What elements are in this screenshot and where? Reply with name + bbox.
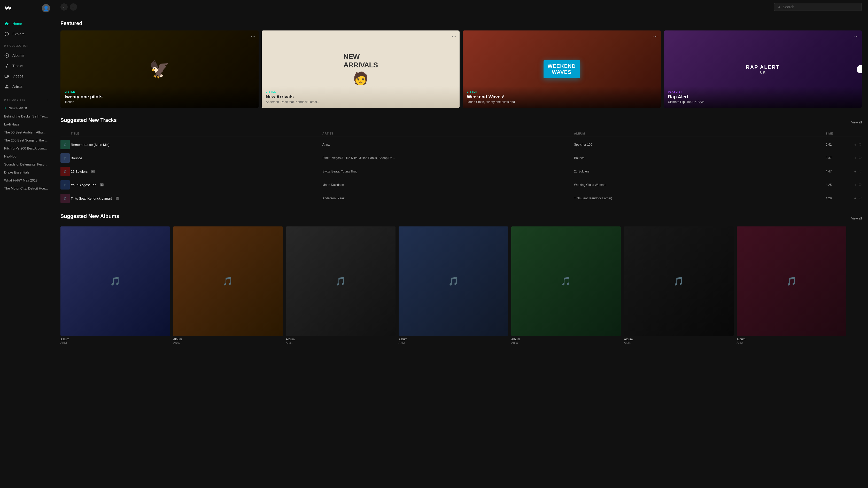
- featured-card-rap[interactable]: RAP ALERT UK ⋯ PLAYLIST Rap Alert Ultima…: [664, 30, 862, 108]
- playlist-item[interactable]: Lo-fi Haze: [0, 120, 54, 128]
- playlist-item[interactable]: Pitchfork's 200 Best Album...: [0, 144, 54, 152]
- like-track-button[interactable]: ♡: [859, 142, 862, 147]
- featured-card-trench[interactable]: 🦅 ⋯ LISTEN twenty one pilots Trench: [60, 30, 258, 108]
- track-album: Speicher 105: [574, 143, 826, 147]
- sidebar-item-tracks[interactable]: Tracks: [0, 61, 54, 71]
- track-title-col: 25 Soldiers E: [71, 170, 322, 173]
- add-track-button[interactable]: +: [854, 156, 857, 160]
- collection-section: Albums Tracks Videos Artists: [0, 48, 54, 94]
- playlist-item[interactable]: The 200 Best Songs of the ...: [0, 136, 54, 144]
- track-title-col: Tints (feat. Kendrick Lamar) E: [71, 196, 322, 200]
- add-track-button[interactable]: +: [854, 196, 857, 200]
- album-card[interactable]: 🎵 Album Artist: [737, 226, 846, 344]
- search-input[interactable]: [783, 5, 859, 9]
- like-track-button[interactable]: ♡: [859, 183, 862, 187]
- track-actions: + ♡: [846, 156, 862, 160]
- add-track-button[interactable]: +: [854, 169, 857, 173]
- like-track-button[interactable]: ♡: [859, 156, 862, 160]
- track-album: Tints (feat. Kendrick Lamar): [574, 196, 826, 200]
- featured-card-waves[interactable]: WEEKEND WAVES ⋯ LISTEN Weekend Waves! Ja…: [463, 30, 661, 108]
- add-track-button[interactable]: +: [854, 183, 857, 187]
- plus-icon: +: [4, 106, 6, 110]
- album-card[interactable]: 🎵 Album Artist: [60, 226, 170, 344]
- table-row[interactable]: 🎵 Your Biggest Fan E Marie Davidson Work…: [60, 178, 862, 192]
- back-button[interactable]: ←: [60, 3, 68, 10]
- track-time: 4:47: [826, 170, 846, 173]
- topbar: ← →: [54, 0, 868, 14]
- card-tag: LISTEN: [467, 90, 657, 93]
- table-row[interactable]: 🎵 Tints (feat. Kendrick Lamar) E Anderso…: [60, 192, 862, 205]
- card-subtitle: Ultimate Hip-Hop UK Style: [668, 100, 858, 104]
- table-row[interactable]: 🎵 Bounce Dimitri Vegas & Like Mike, Juli…: [60, 151, 862, 165]
- tracks-table-header: TITLE ARTIST ALBUM TIME: [60, 130, 862, 137]
- track-thumbnail: 🎵: [60, 153, 70, 163]
- like-track-button[interactable]: ♡: [859, 196, 862, 200]
- forward-button[interactable]: →: [70, 3, 77, 10]
- track-time: 4:25: [826, 183, 846, 187]
- track-time: 2:37: [826, 156, 846, 160]
- card-title: New Arrivals: [266, 94, 456, 100]
- card-more-btn[interactable]: ⋯: [251, 34, 255, 39]
- explicit-badge: E: [91, 170, 95, 173]
- like-track-button[interactable]: ♡: [859, 169, 862, 173]
- sidebar-item-home[interactable]: Home: [0, 19, 54, 29]
- playlist-item[interactable]: Sounds of Dekmantel Festi...: [0, 160, 54, 168]
- table-row[interactable]: 🎵 Remembrance (Main Mix) Anna Speicher 1…: [60, 138, 862, 151]
- sidebar-item-explore[interactable]: Explore: [0, 29, 54, 39]
- add-track-button[interactable]: +: [854, 142, 857, 147]
- playlist-item[interactable]: Behind the Decks: Seth Tro...: [0, 112, 54, 120]
- album-artist: Artist: [399, 341, 508, 344]
- album-name: Album: [286, 337, 396, 341]
- user-avatar[interactable]: 👤: [42, 4, 50, 12]
- card-more-btn[interactable]: ⋯: [653, 34, 658, 39]
- explore-icon: [4, 32, 9, 37]
- album-art: 🎵: [511, 226, 621, 336]
- explicit-badge: E: [100, 183, 103, 187]
- svg-point-3: [6, 55, 7, 56]
- card-more-btn[interactable]: ⋯: [854, 34, 859, 39]
- suggested-albums-section: Suggested New Albums View all 🎵 Album Ar…: [60, 213, 862, 344]
- sidebar-item-videos[interactable]: Videos: [0, 71, 54, 82]
- card-more-btn[interactable]: ⋯: [452, 34, 457, 39]
- album-artist: Artist: [624, 341, 734, 344]
- track-name: Bounce: [71, 156, 82, 160]
- album-card[interactable]: 🎵 Album Artist: [511, 226, 621, 344]
- album-card[interactable]: 🎵 Album Artist: [624, 226, 734, 344]
- card-tag: LISTEN: [65, 90, 254, 93]
- sidebar-item-albums[interactable]: Albums: [0, 51, 54, 61]
- card-title: Weekend Waves!: [467, 94, 657, 100]
- track-actions: + ♡: [846, 169, 862, 173]
- playlist-item[interactable]: The 50 Best Ambient Albu...: [0, 128, 54, 136]
- search-icon: [777, 5, 781, 9]
- album-icon: [4, 53, 9, 58]
- svg-marker-0: [5, 6, 11, 10]
- suggested-tracks-section: Suggested New Tracks View all TITLE ARTI…: [60, 117, 862, 205]
- album-art: 🎵: [737, 226, 846, 336]
- playlists-more-icon[interactable]: ⋯: [45, 97, 50, 102]
- album-card[interactable]: 🎵 Album Artist: [399, 226, 508, 344]
- tracks-view-all[interactable]: View all: [851, 121, 862, 124]
- playlist-item[interactable]: The Motor City: Detroit Hou...: [0, 184, 54, 192]
- track-artist: Anna: [322, 143, 574, 147]
- music-icon: [4, 63, 9, 68]
- featured-card-arrivals[interactable]: NEWARRIVALS 🧑 ⋯ LISTEN New Arrivals Ande…: [262, 30, 460, 108]
- album-card[interactable]: 🎵 Album Artist: [286, 226, 396, 344]
- sidebar-item-artists[interactable]: Artists: [0, 82, 54, 92]
- card-tag: PLAYLIST: [668, 90, 858, 93]
- home-icon: [4, 21, 9, 26]
- album-card[interactable]: 🎵 Album Artist: [173, 226, 283, 344]
- playlist-item[interactable]: Drake Essentials: [0, 168, 54, 176]
- featured-card-overlay-trench: LISTEN twenty one pilots Trench: [60, 86, 258, 108]
- albums-view-all[interactable]: View all: [851, 217, 862, 220]
- track-title-col: Bounce: [71, 156, 322, 160]
- card-subtitle: Jaden Smith, twenty one pilots and ...: [467, 100, 657, 104]
- track-thumbnail: 🎵: [60, 167, 70, 176]
- track-artist: Anderson .Paak: [322, 196, 574, 200]
- tidal-logo[interactable]: [4, 4, 12, 12]
- card-tag: LISTEN: [266, 90, 456, 93]
- new-playlist-button[interactable]: + New Playlist: [0, 103, 54, 112]
- playlist-item[interactable]: What Hi-Fi? May 2018: [0, 176, 54, 184]
- table-row[interactable]: 🎵 25 Soldiers E Swizz Beatz, Young Thug …: [60, 165, 862, 178]
- playlist-item[interactable]: Hip-Hop: [0, 152, 54, 160]
- track-name: Remembrance (Main Mix): [71, 143, 110, 147]
